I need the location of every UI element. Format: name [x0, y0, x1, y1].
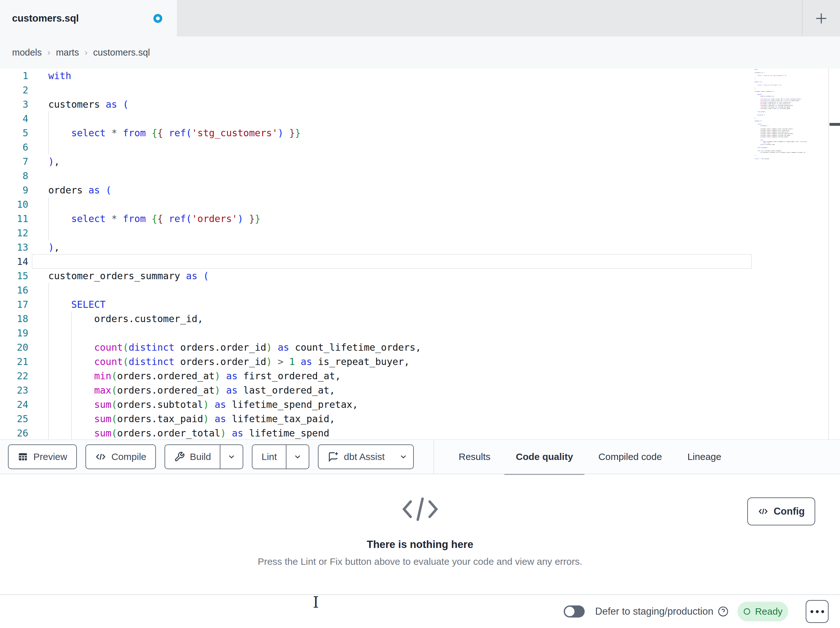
code-line: 1with [0, 69, 753, 83]
lint-dropdown-button[interactable] [286, 445, 309, 468]
tab-customers-sql[interactable]: customers.sql [0, 0, 177, 36]
ruler-marker [829, 123, 840, 126]
lint-label: Lint [261, 451, 276, 462]
lint-button[interactable]: Lint [252, 445, 309, 469]
code-line: 22 min(orders.ordered_at) as first_order… [0, 369, 753, 383]
assist-label: dbt Assist [344, 451, 385, 462]
code-line: 26 sum(orders.order_total) as lifetime_s… [0, 426, 753, 439]
code-line: 23 max(orders.ordered_at) as last_ordere… [0, 383, 753, 397]
chevron-down-icon [227, 452, 236, 461]
dbt-ide-window: customers.sql models › marts › customers… [0, 0, 840, 628]
code-line: 4 [0, 111, 753, 126]
code-quality-panel: There is nothing here Press the Lint or … [0, 475, 840, 594]
editor-tab-bar: customers.sql [0, 0, 840, 36]
code-editor[interactable]: 1with23customers as (45 select * from {{… [0, 69, 840, 439]
code-line: 13), [0, 240, 753, 255]
empty-state: There is nothing here Press the Lint or … [0, 494, 840, 567]
overview-ruler[interactable] [829, 69, 840, 439]
ready-label: Ready [755, 606, 783, 617]
minimap[interactable]: with customers as ( select * from {{ ref… [753, 69, 829, 439]
breadcrumb: models › marts › customers.sql [12, 36, 150, 69]
assist-dropdown-button[interactable] [393, 445, 413, 468]
code-icon [758, 506, 769, 517]
code-line: 2 [0, 83, 753, 97]
toolbar-divider [434, 439, 434, 474]
chevron-down-icon [293, 452, 302, 461]
tabbar-divider [802, 0, 802, 36]
breadcrumb-item-models[interactable]: models [12, 47, 42, 58]
code-line: 6 [0, 140, 753, 154]
chevron-right-icon: › [47, 47, 51, 57]
empty-state-subtitle: Press the Lint or Fix button above to ev… [0, 556, 840, 567]
code-line: 17 SELECT [0, 297, 753, 312]
editor-toolbar: Preview Compile Build Lint [0, 439, 840, 474]
help-circle-icon [718, 606, 728, 617]
code-line: 21 count(distinct orders.order_id) > 1 a… [0, 354, 753, 369]
tab-lineage[interactable]: Lineage [687, 440, 721, 474]
code-line: 3customers as ( [0, 97, 753, 111]
code-line: 19 [0, 326, 753, 340]
chevron-right-icon: › [85, 47, 88, 57]
code-slash-icon [401, 494, 439, 524]
code-line: 11 select * from {{ ref('orders') }} [0, 212, 753, 226]
minimap-content: with customers as ( select * from {{ ref… [755, 69, 829, 160]
empty-state-title: There is nothing here [0, 538, 840, 550]
build-button[interactable]: Build [164, 445, 243, 469]
breadcrumb-item-marts[interactable]: marts [56, 47, 79, 58]
status-circle-icon [743, 607, 751, 615]
defer-label: Defer to staging/production [595, 606, 713, 617]
preview-label: Preview [33, 451, 67, 462]
code-line: 10 [0, 197, 753, 212]
status-badge-ready[interactable]: Ready [737, 602, 788, 621]
build-label: Build [190, 451, 211, 462]
compile-button[interactable]: Compile [85, 445, 156, 469]
code-line: 16 [0, 283, 753, 297]
new-tab-button[interactable] [808, 6, 834, 31]
tab-label: customers.sql [12, 13, 79, 24]
code-line: 5 select * from {{ ref('stg_customers') … [0, 126, 753, 140]
defer-toggle[interactable] [564, 606, 585, 617]
wrench-icon [174, 451, 185, 462]
text-cursor-pointer: I [313, 593, 319, 611]
code-line: 7), [0, 154, 753, 169]
build-dropdown-button[interactable] [220, 445, 243, 468]
unsaved-changes-icon [153, 14, 162, 23]
plus-icon [815, 12, 828, 25]
tab-code-quality[interactable]: Code quality [516, 440, 573, 474]
tab-compiled-code[interactable]: Compiled code [598, 440, 662, 474]
help-button[interactable] [718, 606, 728, 617]
code-line: 25 sum(orders.tax_paid) as lifetime_tax_… [0, 412, 753, 426]
panel-tabs: Results Code quality Compiled code Linea… [459, 440, 721, 474]
code-line: 18 orders.customer_id, [0, 312, 753, 326]
code-line: 15customer_orders_summary as ( [0, 269, 753, 283]
compile-label: Compile [112, 451, 147, 462]
assist-chat-icon [327, 451, 339, 462]
preview-button[interactable]: Preview [8, 445, 77, 469]
breadcrumb-row: models › marts › customers.sql Save [0, 36, 840, 69]
config-label: Config [774, 506, 805, 517]
code-line: 9orders as ( [0, 183, 753, 197]
code-line: 8 [0, 169, 753, 183]
table-icon [17, 451, 28, 462]
ellipsis-icon [810, 610, 813, 613]
config-button[interactable]: Config [747, 497, 815, 525]
dbt-assist-button[interactable]: dbt Assist [318, 445, 414, 469]
breadcrumb-item-file: customers.sql [93, 47, 150, 58]
code-line: 24 sum(orders.subtotal) as lifetime_spen… [0, 397, 753, 412]
tab-results[interactable]: Results [459, 440, 490, 474]
chevron-down-icon [399, 452, 408, 461]
status-bar: Defer to staging/production Ready [0, 594, 840, 628]
more-options-button[interactable] [806, 600, 829, 623]
code-icon [95, 451, 106, 462]
code-line: 14 [0, 255, 753, 269]
toggle-knob [565, 607, 575, 616]
code-line: 12 [0, 226, 753, 240]
code-line: 20 count(distinct orders.order_id) as co… [0, 340, 753, 354]
